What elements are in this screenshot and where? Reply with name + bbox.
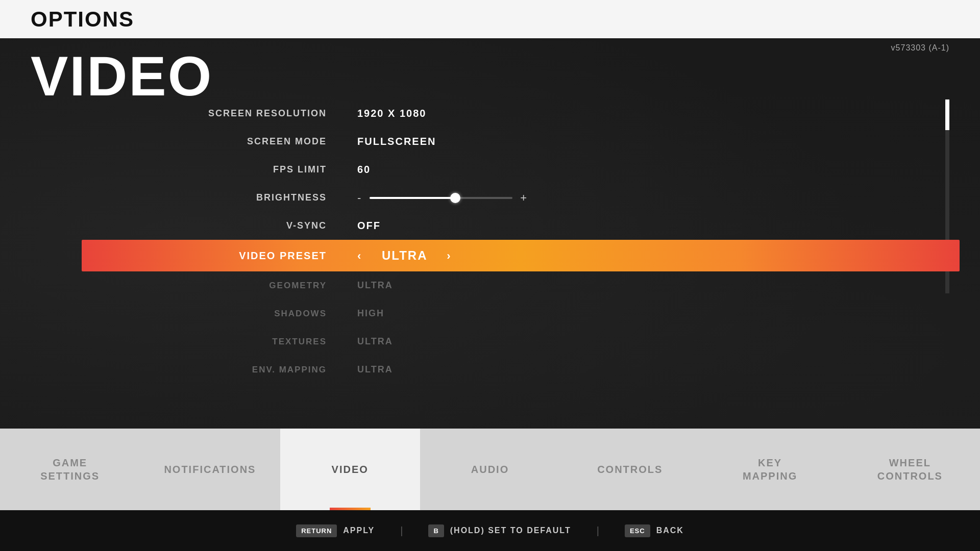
tab-label-key-mapping: KEY MAPPING xyxy=(743,456,797,483)
text-set-default: (HOLD) SET TO DEFAULT xyxy=(450,526,571,535)
bottom-tabs: GAME SETTINGS NOTIFICATIONS VIDEO AUDIO … xyxy=(0,429,980,510)
header: OPTIONS xyxy=(0,0,980,38)
slider-plus-icon[interactable]: + xyxy=(520,191,528,205)
value-textures: ULTRA xyxy=(357,336,939,347)
label-shadows: SHADOWS xyxy=(102,309,357,319)
label-env-mapping: ENV. MAPPING xyxy=(102,365,357,375)
video-preset-value: ULTRA xyxy=(382,248,427,262)
tab-notifications[interactable]: NOTIFICATIONS xyxy=(140,429,280,510)
page-title: VIDEO xyxy=(31,43,213,108)
value-vsync: OFF xyxy=(357,220,939,232)
separator-2: | xyxy=(597,525,599,537)
key-return: RETURN xyxy=(296,524,337,537)
label-textures: TEXTURES xyxy=(102,337,357,347)
setting-row-video-preset[interactable]: VIDEO PRESET ‹ ULTRA › xyxy=(82,240,960,271)
version-label: v573303 (A-1) xyxy=(891,43,949,53)
label-screen-resolution: SCREEN RESOLUTION xyxy=(102,108,357,119)
value-env-mapping: ULTRA xyxy=(357,364,939,375)
key-b: B xyxy=(428,524,444,537)
setting-row-fps-limit: FPS LIMIT 60 xyxy=(92,156,949,184)
tab-video[interactable]: VIDEO xyxy=(280,429,420,510)
brightness-slider-fill xyxy=(370,197,455,199)
tab-label-audio: AUDIO xyxy=(471,463,509,476)
tab-game-settings[interactable]: GAME SETTINGS xyxy=(0,429,140,510)
value-fps-limit: 60 xyxy=(357,164,939,176)
label-fps-limit: FPS LIMIT xyxy=(102,164,357,175)
action-set-default: B (HOLD) SET TO DEFAULT xyxy=(428,524,571,537)
value-video-preset: ‹ ULTRA › xyxy=(357,248,939,263)
label-screen-mode: SCREEN MODE xyxy=(102,136,357,147)
label-vsync: V-SYNC xyxy=(102,220,357,231)
tab-label-video: VIDEO xyxy=(332,463,369,476)
setting-row-screen-resolution: SCREEN RESOLUTION 980 x 551 xyxy=(92,99,949,128)
tab-controls[interactable]: CONTROLS xyxy=(560,429,700,510)
setting-row-brightness: BRIGHTNESS - + xyxy=(92,184,949,212)
tab-audio[interactable]: AUDIO xyxy=(420,429,560,510)
header-title: OPTIONS xyxy=(31,7,134,32)
value-geometry: ULTRA xyxy=(357,280,939,291)
arrow-left-icon[interactable]: ‹ xyxy=(357,249,362,262)
key-esc: ESC xyxy=(625,524,650,537)
setting-row-geometry: GEOMETRY ULTRA xyxy=(92,271,949,299)
setting-row-textures: TEXTURES ULTRA xyxy=(92,328,949,356)
setting-row-env-mapping: ENV. MAPPING ULTRA xyxy=(92,356,949,384)
tab-label-wheel-controls: WHEEL CONTROLS xyxy=(877,456,943,483)
brightness-slider-container[interactable]: - + xyxy=(357,191,939,205)
brightness-slider-track[interactable] xyxy=(370,197,512,199)
value-screen-mode: FULLSCREEN xyxy=(357,136,939,147)
tab-label-game-settings: GAME SETTINGS xyxy=(40,456,100,483)
label-video-preset: VIDEO PRESET xyxy=(102,250,357,262)
label-geometry: GEOMETRY xyxy=(102,281,357,291)
value-brightness: - + xyxy=(357,191,939,205)
setting-row-screen-mode: SCREEN MODE FULLSCREEN xyxy=(92,128,949,156)
tab-label-controls: CONTROLS xyxy=(597,463,663,476)
value-shadows: HIGH xyxy=(357,308,939,319)
tab-label-notifications: NOTIFICATIONS xyxy=(164,463,256,476)
text-apply: APPLY xyxy=(343,526,375,535)
setting-row-vsync: V-SYNC OFF xyxy=(92,212,949,240)
settings-area: SCREEN RESOLUTION 980 x 551 SCREEN MOD… xyxy=(92,99,949,384)
brightness-slider-thumb[interactable] xyxy=(450,193,460,203)
setting-row-shadows: SHADOWS HIGH xyxy=(92,299,949,328)
arrow-right-icon[interactable]: › xyxy=(447,249,451,262)
value-screen-resolution: 980 x 551 xyxy=(357,108,939,119)
action-apply: RETURN APPLY xyxy=(296,524,375,537)
action-back: ESC BACK xyxy=(625,524,684,537)
action-bar: RETURN APPLY | B (HOLD) SET TO DEFAULT |… xyxy=(0,510,980,551)
label-brightness: BRIGHTNESS xyxy=(102,192,357,203)
tab-wheel-controls[interactable]: WHEEL CONTROLS xyxy=(840,429,980,510)
separator-1: | xyxy=(400,525,403,537)
tab-key-mapping[interactable]: KEY MAPPING xyxy=(700,429,840,510)
slider-minus-icon[interactable]: - xyxy=(357,191,362,205)
text-back: BACK xyxy=(656,526,684,535)
